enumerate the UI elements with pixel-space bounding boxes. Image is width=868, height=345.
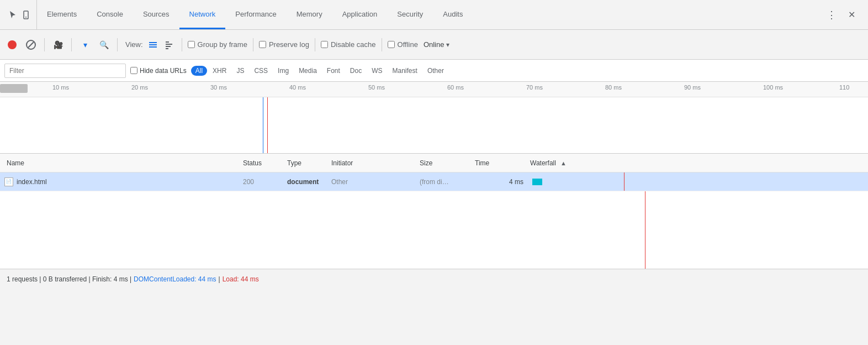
filter-media-button[interactable]: Media <box>294 66 321 76</box>
cell-time: 4 ms <box>475 178 530 186</box>
camera-icon: 🎥 <box>54 40 63 49</box>
waterfall-red-line-empty <box>645 191 645 269</box>
tab-security[interactable]: Security <box>387 0 433 29</box>
timeline-tick: 110 <box>839 84 849 91</box>
sort-arrow-icon: ▲ <box>560 160 567 166</box>
cell-status: 200 <box>243 178 287 186</box>
throttle-chevron-icon: ▾ <box>446 41 449 49</box>
disable-cache-checkbox[interactable]: Disable cache <box>321 40 376 49</box>
svg-rect-2 <box>149 42 157 43</box>
list-view-button[interactable] <box>146 38 160 51</box>
timeline-tick: 20 ms <box>131 84 148 91</box>
cell-waterfall <box>530 172 868 191</box>
timeline-tick: 80 ms <box>605 84 622 91</box>
table-row[interactable]: 📄 index.html 200 document Other (from di… <box>0 172 868 191</box>
filter-bar: Hide data URLs All XHR JS CSS Img Media … <box>0 60 868 82</box>
camera-button[interactable]: 🎥 <box>50 37 66 53</box>
col-header-status: Status <box>243 159 287 167</box>
tab-network[interactable]: Network <box>179 0 226 29</box>
timeline-tick: 40 ms <box>289 84 306 91</box>
filter-manifest-button[interactable]: Manifest <box>388 66 422 76</box>
svg-rect-4 <box>149 46 157 48</box>
separator-1 <box>44 38 45 51</box>
tab-application[interactable]: Application <box>332 0 388 29</box>
dom-content-loaded-link[interactable]: DOMContentLoaded: 44 ms <box>134 275 216 283</box>
load-line <box>267 97 268 154</box>
tab-end-icons: ⋮ ✕ <box>817 7 866 23</box>
separator-5 <box>253 38 253 51</box>
offline-checkbox[interactable]: Offline <box>388 40 418 49</box>
separator-4 <box>182 38 182 51</box>
view-label: View: <box>125 40 143 49</box>
timeline-content <box>0 97 868 154</box>
preserve-log-checkbox[interactable]: Preserve log <box>259 40 309 49</box>
cursor-icon <box>8 10 18 20</box>
more-options-button[interactable]: ⋮ <box>824 7 839 23</box>
svg-rect-7 <box>166 46 171 47</box>
waterfall-bar <box>532 179 542 185</box>
status-separator: | <box>219 275 220 283</box>
waterfall-red-line <box>624 172 624 191</box>
filter-font-button[interactable]: Font <box>322 66 345 76</box>
cell-size: (from di… <box>420 178 475 186</box>
network-table: Name Status Type Initiator Size Time Wat… <box>0 154 868 269</box>
tab-performance[interactable]: Performance <box>225 0 286 29</box>
filter-input[interactable] <box>4 64 126 78</box>
filter-ws-button[interactable]: WS <box>367 66 387 76</box>
file-icon: 📄 <box>4 177 13 186</box>
filter-button[interactable]: ▾ <box>77 37 93 53</box>
status-bar: 1 requests | 0 B transferred | Finish: 4… <box>0 269 868 289</box>
tab-bar: Elements Console Sources Network Perform… <box>0 0 868 30</box>
close-devtools-button[interactable]: ✕ <box>844 7 859 23</box>
filter-img-button[interactable]: Img <box>273 66 293 76</box>
tab-audits[interactable]: Audits <box>433 0 473 29</box>
filter-xhr-button[interactable]: XHR <box>208 66 231 76</box>
throttle-select[interactable]: Online ▾ <box>424 40 450 49</box>
col-header-initiator: Initiator <box>331 159 420 167</box>
cell-name: 📄 index.html <box>0 177 243 186</box>
empty-table-area <box>0 191 868 269</box>
separator-6 <box>315 38 315 51</box>
group-by-frame-checkbox[interactable]: Group by frame <box>188 40 247 49</box>
separator-3 <box>117 38 118 51</box>
tabs-container: Elements Console Sources Network Perform… <box>37 0 817 29</box>
status-summary: 1 requests | 0 B transferred | Finish: 4… <box>7 275 131 283</box>
mobile-icon <box>21 10 31 20</box>
network-toolbar: 🎥 ▾ 🔍 View: Group by frame Preserve log … <box>0 30 868 60</box>
waterfall-view-icon <box>165 40 174 50</box>
cell-type: document <box>287 178 331 186</box>
timeline-tick: 70 ms <box>526 84 543 91</box>
filter-all-button[interactable]: All <box>191 66 207 76</box>
filter-css-button[interactable]: CSS <box>250 66 272 76</box>
filter-doc-button[interactable]: Doc <box>346 66 366 76</box>
filter-buttons: All XHR JS CSS Img Media Font Doc WS Man… <box>191 66 448 76</box>
table-header: Name Status Type Initiator Size Time Wat… <box>0 154 868 172</box>
filter-icon: ▾ <box>83 40 87 49</box>
timeline-tick: 90 ms <box>684 84 701 91</box>
cell-initiator: Other <box>331 178 420 186</box>
list-view-icon <box>148 40 158 50</box>
record-button[interactable] <box>4 37 20 53</box>
col-header-type: Type <box>287 159 331 167</box>
filter-other-button[interactable]: Other <box>423 66 448 76</box>
scrollbar-thumb[interactable] <box>0 84 28 93</box>
tab-console[interactable]: Console <box>87 0 133 29</box>
search-button[interactable]: 🔍 <box>96 37 112 53</box>
tab-elements[interactable]: Elements <box>37 0 87 29</box>
separator-2 <box>71 38 72 51</box>
hide-data-urls-checkbox[interactable]: Hide data URLs <box>130 67 187 75</box>
tab-memory[interactable]: Memory <box>287 0 332 29</box>
timeline-tick: 100 ms <box>763 84 783 91</box>
clear-icon <box>26 40 36 50</box>
stop-button[interactable] <box>23 37 39 53</box>
filter-js-button[interactable]: JS <box>232 66 248 76</box>
devtools-icons <box>2 0 37 29</box>
waterfall-view-button[interactable] <box>163 38 176 51</box>
svg-rect-5 <box>166 41 169 43</box>
timeline-tick: 10 ms <box>52 84 69 91</box>
tab-sources[interactable]: Sources <box>133 0 179 29</box>
col-header-time: Time <box>475 159 530 167</box>
svg-rect-6 <box>166 44 172 45</box>
timeline-tick: 60 ms <box>447 84 464 91</box>
timeline-ruler: 10 ms20 ms30 ms40 ms50 ms60 ms70 ms80 ms… <box>0 82 868 97</box>
